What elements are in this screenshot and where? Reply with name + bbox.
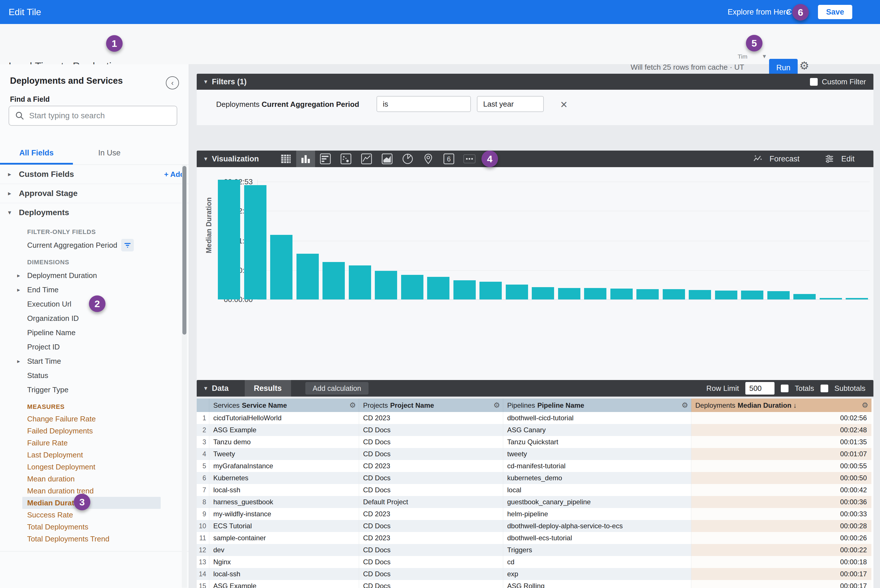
sidebar-dimension-deployment-duration[interactable]: ▸Deployment Duration	[0, 268, 189, 283]
collapse-sidebar-icon[interactable]: ‹	[166, 76, 179, 89]
chart-bar[interactable]	[820, 298, 842, 299]
sidebar-dimension-end-time[interactable]: ▸End Time	[0, 283, 189, 297]
chart-bar[interactable]	[741, 291, 763, 299]
table-row[interactable]: 15ASG ExampleCD DocsASG Rolling00:00:17	[197, 580, 873, 588]
table-row[interactable]: 12devCD DocsTriggers00:00:22	[197, 544, 873, 556]
sidebar-measure-change-failure-rate[interactable]: Change Failure Rate	[22, 413, 161, 425]
data-section-bar[interactable]: ▾ Data Results Add calculation Row Limit…	[197, 380, 873, 397]
sidebar-measure-longest-deployment[interactable]: Longest Deployment	[22, 461, 161, 473]
table-row[interactable]: 1cicdTutorialHelloWorldCD 2023dbothwell-…	[197, 412, 873, 424]
column-gear-icon[interactable]: ⚙	[862, 401, 868, 410]
sidebar-dimension-organization-id[interactable]: Organization ID	[0, 311, 189, 326]
table-row[interactable]: 6KubernetesCD Docskubernetes_demo00:00:5…	[197, 472, 873, 484]
tab-in-use[interactable]: In Use	[73, 141, 146, 164]
sidebar-dimension-status[interactable]: Status	[0, 368, 189, 382]
group-deployments[interactable]: ▾ Deployments 2	[0, 203, 189, 222]
cancel-button-partial[interactable]: C	[786, 8, 792, 16]
scrollbar-thumb[interactable]	[182, 166, 187, 334]
column-header-median-duration[interactable]: DeploymentsMedian Duration ↓⚙	[691, 399, 871, 412]
search-input[interactable]	[29, 111, 167, 121]
sidebar-measure-total-deployments-trend[interactable]: Total Deployments Trend	[22, 533, 161, 545]
column-header-service-name[interactable]: ServicesService Name⚙	[209, 399, 359, 412]
chart-bar[interactable]	[427, 277, 450, 299]
group-approval-stage[interactable]: ▸ Approval Stage	[0, 184, 189, 203]
table-row[interactable]: 14local-sshCD Docsexp00:00:17	[197, 568, 873, 580]
filters-section-bar[interactable]: ▾ Filters (1) Custom Filter	[197, 74, 873, 90]
field-search-box[interactable]	[9, 106, 177, 126]
sidebar-measure-failed-deployments[interactable]: Failed Deployments	[22, 425, 161, 437]
viz-type-table-icon[interactable]	[275, 151, 296, 167]
table-row[interactable]: 9my-wildfly-instanceCD 2023helm-pipeline…	[197, 508, 873, 520]
column-gear-icon[interactable]: ⚙	[349, 401, 356, 410]
chart-bar[interactable]	[270, 235, 292, 299]
group-custom-fields[interactable]: ▸ Custom Fields + Add	[0, 165, 189, 184]
timezone-selector-partial[interactable]: Tim	[738, 53, 747, 60]
chart-bar[interactable]	[846, 298, 868, 299]
chart-bar[interactable]	[663, 289, 685, 299]
visualization-section-bar[interactable]: ▾ Visualization 6 Forecast Edit	[197, 151, 873, 167]
table-row[interactable]: 2ASG ExampleCD DocsASG Canary00:02:48	[197, 424, 873, 436]
column-header-pipeline-name[interactable]: PipelinesPipeline Name⚙	[503, 399, 691, 412]
chart-bar[interactable]	[375, 271, 397, 299]
table-row[interactable]: 13NginxCD Docscd00:00:18	[197, 556, 873, 568]
viz-type-more-icon[interactable]	[459, 151, 480, 167]
chart-bar[interactable]	[793, 294, 816, 299]
filter-value-input[interactable]: Last year	[477, 96, 544, 112]
query-settings-gear-icon[interactable]: ⚙	[799, 59, 809, 72]
explore-from-here-link[interactable]: Explore from Here	[728, 8, 790, 16]
chart-bar[interactable]	[689, 290, 711, 299]
table-row[interactable]: 7local-sshCD Docslocal00:00:42	[197, 484, 873, 496]
chart-bar[interactable]	[558, 288, 581, 299]
subtotals-checkbox[interactable]	[821, 385, 828, 392]
forecast-button[interactable]: Forecast	[769, 154, 799, 164]
chart-bar[interactable]	[767, 291, 790, 299]
totals-checkbox[interactable]	[781, 385, 788, 392]
sidebar-field-current-aggregation-period[interactable]: Current Aggregation Period	[0, 238, 189, 252]
chart-bar[interactable]	[296, 254, 319, 299]
chart-bar[interactable]	[322, 262, 345, 299]
sidebar-measure-median-duration[interactable]: Median Duration	[22, 497, 161, 509]
viz-type-pie-icon[interactable]	[397, 151, 418, 167]
viz-type-line-icon[interactable]	[356, 151, 377, 167]
table-row[interactable]: 4TweetyCD Docstweety00:01:07	[197, 448, 873, 460]
sidebar-measure-total-deployments[interactable]: Total Deployments	[22, 521, 161, 533]
sidebar-measure-success-rate[interactable]: Success Rate	[22, 509, 161, 521]
table-row[interactable]: 3Tanzu demoCD DocsTanzu Quickstart00:01:…	[197, 436, 873, 448]
table-row[interactable]: 10ECS TutorialCD Docsdbothwell-deploy-al…	[197, 520, 873, 532]
sidebar-scrollbar[interactable]	[182, 165, 187, 588]
table-row[interactable]: 11sample-containerCD 2023dbothwell-ecs-t…	[197, 532, 873, 544]
tab-all-fields[interactable]: All Fields	[0, 141, 73, 164]
viz-type-area-icon[interactable]	[377, 151, 397, 167]
viz-type-column-icon[interactable]	[296, 151, 315, 167]
sidebar-dimension-project-id[interactable]: Project ID	[0, 340, 189, 354]
chart-bar[interactable]	[715, 291, 737, 299]
viz-type-single-value-icon[interactable]: 6	[439, 151, 459, 167]
filter-operator-select[interactable]: is	[376, 96, 471, 112]
remove-filter-icon[interactable]: ×	[560, 98, 567, 111]
filter-by-field-button[interactable]	[121, 239, 134, 251]
chart-bar[interactable]	[401, 275, 423, 299]
add-calculation-button[interactable]: Add calculation	[305, 382, 369, 394]
sidebar-dimension-start-time[interactable]: ▸Start Time	[0, 354, 189, 368]
chart-bar[interactable]	[453, 280, 476, 299]
chart-bar[interactable]	[244, 185, 266, 299]
table-row[interactable]: 5myGrafanaInstanceCD 2023cd-manifest-tut…	[197, 460, 873, 472]
chart-bar[interactable]	[480, 282, 502, 299]
viz-type-bar-icon[interactable]	[315, 151, 335, 167]
chart-bar[interactable]	[636, 289, 659, 299]
sidebar-measure-last-deployment[interactable]: Last Deployment	[22, 449, 161, 461]
viz-type-map-icon[interactable]	[418, 151, 439, 167]
results-tab[interactable]: Results	[245, 380, 291, 397]
sidebar-dimension-trigger-type[interactable]: Trigger Type	[0, 382, 189, 397]
sidebar-measure-mean-duration-trend[interactable]: Mean duration trend	[22, 485, 161, 497]
chart-bar[interactable]	[532, 287, 554, 299]
viz-type-scatter-icon[interactable]	[335, 151, 356, 167]
chart-bar[interactable]	[218, 180, 240, 299]
chart-bar[interactable]	[611, 289, 633, 299]
sidebar-measure-failure-rate[interactable]: Failure Rate	[22, 437, 161, 449]
sidebar-dimension-pipeline-name[interactable]: Pipeline Name	[0, 326, 189, 340]
table-row[interactable]: 8harness_guestbookDefault Projectguestbo…	[197, 496, 873, 508]
column-header-project-name[interactable]: ProjectsProject Name⚙	[359, 399, 503, 412]
chart-bar[interactable]	[349, 266, 371, 299]
row-limit-input[interactable]	[745, 382, 775, 394]
